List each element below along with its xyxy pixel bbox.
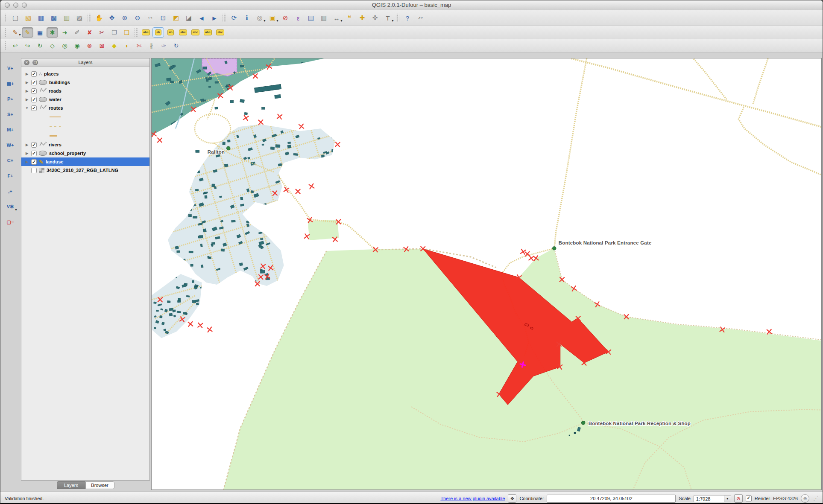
layer-visibility-checkbox[interactable]: ✓ (31, 71, 37, 77)
reshape-features-icon[interactable]: ◆ (108, 41, 120, 51)
map-svg[interactable]: RailtonBontebok National Park Entrance G… (152, 58, 821, 489)
add-mssql-layer-icon[interactable]: M+ (3, 124, 17, 136)
map-canvas[interactable]: RailtonBontebok National Park Entrance G… (151, 58, 822, 490)
layer-visibility-checkbox[interactable]: ✓ (31, 97, 37, 102)
scale-dropdown-icon[interactable]: ▼ (724, 495, 731, 502)
toolbar-grip[interactable] (135, 28, 138, 37)
move-feature-icon[interactable]: ➜ (59, 27, 70, 38)
help-contents-icon[interactable]: ? (401, 12, 413, 23)
split-parts-icon[interactable]: ∦ (146, 41, 157, 51)
save-layer-edits-icon[interactable]: ▦ (34, 27, 46, 38)
layer-expander-icon[interactable]: ▶ (25, 151, 29, 155)
layer-visibility-checkbox[interactable]: ✓ (31, 105, 37, 111)
plugin-icon[interactable]: ❖ (508, 494, 516, 503)
zoom-next-icon[interactable]: ► (208, 12, 220, 23)
render-checkbox[interactable]: ✓ (746, 495, 752, 501)
minimize-window-button[interactable] (13, 3, 18, 8)
zoom-to-layer-icon[interactable]: ◪ (183, 12, 195, 23)
add-part-icon[interactable]: ◉ (71, 41, 83, 51)
toolbar-grip[interactable] (223, 14, 226, 22)
copy-features-icon[interactable]: ❐ (108, 27, 120, 38)
layer-labeling-options-icon[interactable]: abc (140, 27, 152, 38)
rotate-label-icon[interactable]: abc (202, 27, 214, 38)
remove-layer-icon[interactable]: ▢− (3, 216, 17, 228)
toolbar-grip[interactable] (396, 14, 399, 22)
undo-icon[interactable]: ↩ (9, 41, 21, 51)
stop-render-icon[interactable]: ⊘ (734, 494, 743, 503)
add-raster-layer-icon[interactable]: ▦+ (3, 78, 17, 90)
split-features-icon[interactable]: ✄ (133, 41, 145, 51)
identify-features-icon[interactable]: ℹ (241, 12, 253, 23)
layer-expander-icon[interactable]: ▶ (25, 160, 29, 164)
pin-unpin-labels-icon[interactable]: ab (152, 27, 164, 38)
zoom-to-selection-icon[interactable]: ◩ (170, 12, 182, 23)
show-hide-labels-icon[interactable]: abc (177, 27, 189, 38)
layer-item-places[interactable]: ▶✓∴places (21, 70, 149, 78)
panel-detach-icon[interactable]: ❐ (32, 60, 38, 65)
add-wms-layer-icon[interactable]: W+ (3, 139, 17, 151)
add-wcs-layer-icon[interactable]: C+ (3, 154, 17, 166)
composer-manager-icon[interactable]: ▨ (73, 12, 85, 23)
zoom-out-icon[interactable]: ⊖ (132, 12, 144, 23)
panel-close-icon[interactable]: ✕ (24, 60, 29, 65)
dropdown-arrow-icon[interactable]: ▼ (340, 19, 343, 22)
resize-grip-icon[interactable]: ⋰ (813, 495, 818, 501)
layer-item-water[interactable]: ▶✓water (21, 95, 149, 104)
toggle-editing-icon[interactable]: ✎ (22, 27, 33, 38)
layer-visibility-checkbox[interactable]: ✓ (31, 80, 37, 85)
dropdown-arrow-icon[interactable]: ▼ (391, 19, 394, 22)
layer-visibility-checkbox[interactable]: ✓ (31, 151, 37, 156)
save-project-as-icon[interactable]: ▩ (48, 12, 60, 23)
measure-icon[interactable]: ↔▼ (331, 12, 343, 23)
text-annotation-icon[interactable]: T▼ (382, 12, 394, 23)
new-print-composer-icon[interactable]: ▥ (61, 12, 73, 23)
delete-ring-icon[interactable]: ⊗ (84, 41, 95, 51)
paste-features-icon[interactable]: ❑ (121, 27, 132, 38)
layer-item-landuse[interactable]: ▶✓✎landuse (21, 157, 149, 166)
highlight-pinned-labels-icon[interactable]: ab (165, 27, 176, 38)
redo-icon[interactable]: ↪ (22, 41, 33, 51)
delete-selected-icon[interactable]: ✘ (84, 27, 95, 38)
new-shapefile-layer-icon[interactable]: V✱▼ (3, 201, 17, 213)
add-vector-layer-icon[interactable]: V+ (3, 62, 17, 74)
add-spatialite-layer-icon[interactable]: S+ (3, 108, 17, 120)
toolbar-grip[interactable] (4, 41, 7, 50)
layer-item-routes[interactable]: ▼✓routes (21, 104, 149, 112)
save-project-icon[interactable]: ▦ (35, 12, 47, 23)
layer-visibility-checkbox[interactable] (31, 168, 37, 173)
zoom-full-icon[interactable]: ⊡ (157, 12, 169, 23)
new-project-icon[interactable]: ▢ (9, 12, 21, 23)
simplify-feature-icon[interactable]: ◇ (47, 41, 58, 51)
add-wfs-layer-icon[interactable]: F+ (3, 170, 17, 182)
node-tool-icon[interactable]: ✐ (71, 27, 83, 38)
zoom-native-icon[interactable]: 1:1 (144, 12, 156, 23)
toolbar-grip[interactable] (4, 14, 7, 22)
layer-item-rivers[interactable]: ▶✓rivers (21, 140, 149, 149)
offset-curve-icon[interactable]: ◗ (121, 41, 132, 51)
panel-tab-browser[interactable]: Browser (85, 481, 114, 489)
layer-expander-icon[interactable]: ▶ (25, 98, 29, 102)
move-label-icon[interactable]: abc (190, 27, 201, 38)
add-postgis-layer-icon[interactable]: P+ (3, 93, 17, 105)
layer-expander-icon[interactable]: ▼ (25, 106, 29, 110)
select-by-expression-icon[interactable]: ε (292, 12, 304, 23)
dropdown-arrow-icon[interactable]: ▼ (263, 19, 266, 22)
select-features-icon[interactable]: ▣▼ (267, 12, 278, 23)
change-label-icon[interactable]: abc (214, 27, 226, 38)
layer-expander-icon[interactable]: ▶ (25, 143, 29, 147)
layer-item-roads[interactable]: ▶✓roads (21, 87, 149, 95)
refresh-map-icon[interactable]: ⟳ (228, 12, 240, 23)
layer-item-3420C_2010_327_RGB_LATLNG[interactable]: 3420C_2010_327_RGB_LATLNG (21, 166, 149, 175)
whats-this-icon[interactable]: ➚? (414, 12, 426, 23)
layer-visibility-checkbox[interactable]: ✓ (31, 159, 37, 165)
map-tips-icon[interactable]: ❝ (343, 12, 355, 23)
dropdown-arrow-icon[interactable]: ▼ (15, 208, 18, 211)
rotate-point-symbols-icon[interactable]: ↻ (170, 41, 182, 51)
show-bookmarks-icon[interactable]: ✜ (369, 12, 381, 23)
layer-visibility-checkbox[interactable]: ✓ (31, 88, 37, 94)
title-bar[interactable]: QGIS 2.0.1-Dufour – basic_map (0, 0, 823, 10)
dropdown-arrow-icon[interactable]: ▼ (276, 19, 279, 22)
crs-globe-icon[interactable]: ⊕ (801, 494, 809, 503)
toolbar-grip[interactable] (88, 14, 91, 22)
toolbar-grip[interactable] (4, 28, 7, 37)
